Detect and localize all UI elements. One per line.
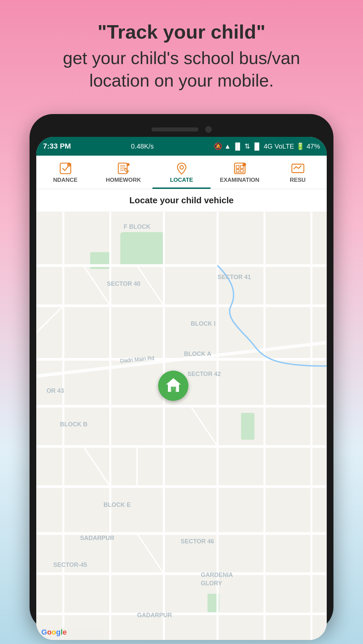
gadarpur-label: GADARPUR [137, 612, 172, 619]
glory-label: GLORY [201, 580, 222, 587]
map-svg: F BLOCK SECTOR 40 SECTOR 41 SECTOR 42 OR… [36, 212, 327, 640]
svg-rect-49 [172, 387, 173, 389]
svg-rect-51 [172, 389, 175, 392]
arrows-icon: ⇅ [244, 142, 250, 150]
svg-rect-12 [236, 169, 239, 172]
park-area [120, 232, 164, 266]
tab-result[interactable]: RESU [269, 156, 327, 189]
phone-frame: 7:33 PM 0.48K/s 🔕 ▲ ▐▌ ⇅ ▐▌ 4G VoLTE 🔋 4… [30, 114, 333, 631]
svg-point-8 [180, 165, 183, 169]
tab-locate[interactable]: LOCATE [152, 156, 211, 189]
locate-icon [175, 161, 189, 175]
block-b-label: BLOCK B [60, 421, 88, 428]
sector-43-label: OR 43 [47, 387, 64, 394]
phone-screen: 7:33 PM 0.48K/s 🔕 ▲ ▐▌ ⇅ ▐▌ 4G VoLTE 🔋 4… [36, 137, 327, 640]
tab-attendance-label: NDANCE [53, 177, 78, 183]
signal-icon2: ▐▌ [252, 143, 262, 150]
attendance-icon: ! [58, 161, 73, 175]
svg-point-14 [242, 163, 246, 166]
examination-icon [233, 161, 247, 175]
sector-46-label: SECTOR 46 [181, 538, 214, 545]
phone-speaker [151, 127, 198, 131]
signal-icon: ▐▌ [233, 143, 242, 150]
result-icon [291, 161, 305, 175]
status-bar: 7:33 PM 0.48K/s 🔕 ▲ ▐▌ ⇅ ▐▌ 4G VoLTE 🔋 4… [36, 137, 327, 156]
svg-rect-11 [240, 165, 243, 168]
status-right-icons: 🔕 ▲ ▐▌ ⇅ ▐▌ 4G VoLTE 🔋 47% [214, 142, 320, 150]
sector-f-block: F BLOCK [124, 223, 150, 230]
map-container[interactable]: F BLOCK SECTOR 40 SECTOR 41 SECTOR 42 OR… [36, 212, 327, 640]
sector-42-label: SECTOR 42 [187, 371, 221, 377]
header-section: "Track your child" get your child's scho… [0, 0, 363, 106]
tab-navigation: ! NDANCE HOMEWORK [36, 156, 327, 189]
sadarpur-label: SADARPUR [80, 535, 114, 541]
sector-40-label: SECTOR 40 [107, 280, 140, 287]
svg-rect-13 [240, 169, 243, 172]
status-time: 7:33 PM [43, 142, 71, 151]
battery-percent: 47% [307, 143, 320, 150]
tab-examination-label: EXAMINATION [220, 177, 260, 183]
sector-45-label: SECTOR-45 [53, 561, 87, 568]
tab-result-label: RESU [290, 177, 306, 183]
block-e-label: BLOCK E [103, 501, 131, 508]
location-pin [158, 371, 188, 401]
battery-icon: 🔋 [296, 142, 305, 150]
svg-rect-10 [236, 165, 239, 168]
network-type: 4G VoLTE [264, 143, 294, 150]
wifi-icon: ▲ [224, 143, 231, 150]
svg-text:!: ! [69, 163, 69, 166]
map-section-title: Locate your child vehicle [36, 189, 327, 212]
homework-icon [117, 161, 131, 175]
header-subtitle: get your child's school bus/van location… [27, 47, 336, 92]
svg-rect-18 [241, 413, 255, 440]
block-i-label: BLOCK I [191, 320, 216, 327]
google-logo: Google [41, 628, 67, 637]
svg-rect-50 [174, 387, 175, 389]
tab-attendance[interactable]: ! NDANCE [36, 156, 94, 189]
phone-camera [205, 126, 212, 133]
header-title-line1: "Track your child" [27, 20, 336, 44]
status-network-speed: 0.48K/s [131, 143, 154, 150]
mute-icon: 🔕 [214, 142, 222, 150]
tab-examination[interactable]: EXAMINATION [211, 156, 269, 189]
tab-locate-label: LOCATE [170, 177, 193, 183]
tab-homework[interactable]: HOMEWORK [94, 156, 152, 189]
sector-41-label: SECTOR 41 [218, 274, 251, 280]
block-a-label: BLOCK A [184, 351, 211, 357]
svg-point-7 [127, 163, 129, 166]
gardenia-label: GARDENIA [201, 572, 233, 578]
tab-homework-label: HOMEWORK [106, 177, 141, 183]
school-icon [164, 376, 183, 395]
